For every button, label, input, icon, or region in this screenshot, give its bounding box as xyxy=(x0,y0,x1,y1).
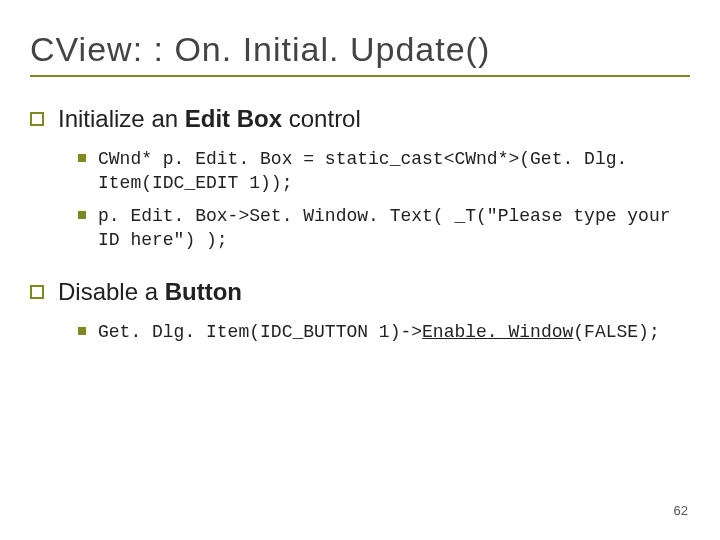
hollow-square-bullet-icon xyxy=(30,285,44,299)
section-items: CWnd* p. Edit. Box = static_cast<CWnd*>(… xyxy=(30,147,690,252)
filled-square-bullet-icon xyxy=(78,327,86,335)
filled-square-bullet-icon xyxy=(78,154,86,162)
section-title-prefix: Disable a xyxy=(58,278,165,305)
code-text: CWnd* p. Edit. Box = static_cast<CWnd*>(… xyxy=(98,147,690,196)
page-number: 62 xyxy=(674,503,688,518)
section-title-prefix: Initialize an xyxy=(58,105,185,132)
section-heading: Initialize an Edit Box control xyxy=(30,105,690,133)
section-title-bold: Button xyxy=(165,278,242,305)
list-item: CWnd* p. Edit. Box = static_cast<CWnd*>(… xyxy=(78,147,690,196)
code-text: Get. Dlg. Item(IDC_BUTTON 1)->Enable. Wi… xyxy=(98,320,660,344)
list-item: p. Edit. Box->Set. Window. Text( _T("Ple… xyxy=(78,204,690,253)
page-title: CView: : On. Initial. Update() xyxy=(30,30,690,69)
filled-square-bullet-icon xyxy=(78,211,86,219)
section-title: Disable a Button xyxy=(58,278,242,306)
slide: CView: : On. Initial. Update() Initializ… xyxy=(0,0,720,540)
section-heading: Disable a Button xyxy=(30,278,690,306)
section-edit-box: Initialize an Edit Box control CWnd* p. … xyxy=(30,105,690,252)
section-title-suffix: control xyxy=(282,105,361,132)
hollow-square-bullet-icon xyxy=(30,112,44,126)
title-underline xyxy=(30,75,690,77)
section-disable-button: Disable a Button Get. Dlg. Item(IDC_BUTT… xyxy=(30,278,690,344)
list-item: Get. Dlg. Item(IDC_BUTTON 1)->Enable. Wi… xyxy=(78,320,690,344)
section-items: Get. Dlg. Item(IDC_BUTTON 1)->Enable. Wi… xyxy=(30,320,690,344)
code-text: p. Edit. Box->Set. Window. Text( _T("Ple… xyxy=(98,204,690,253)
section-title-bold: Edit Box xyxy=(185,105,282,132)
section-title: Initialize an Edit Box control xyxy=(58,105,361,133)
